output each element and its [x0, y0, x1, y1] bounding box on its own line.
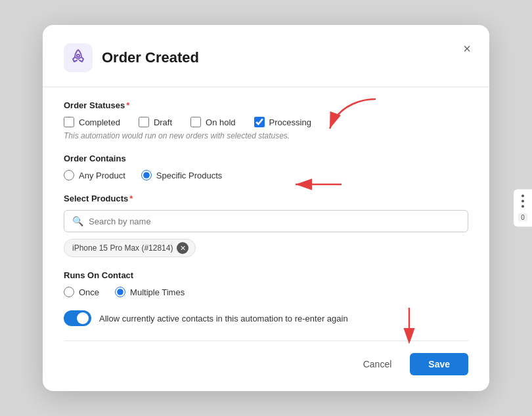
radio-specific-products-input[interactable]: [141, 170, 152, 180]
tags-row: iPhone 15 Pro Max (#12814) ✕: [64, 239, 468, 257]
radio-multiple-times-label: Multiple Times: [130, 287, 185, 297]
search-input[interactable]: [89, 217, 460, 226]
svg-point-3: [77, 54, 79, 57]
order-statuses-label: Order Statuses*: [64, 100, 468, 110]
modal-icon-wrapper: [64, 43, 93, 72]
toggle-slider: [64, 310, 91, 326]
radio-any-product-label: Any Product: [79, 171, 125, 180]
runs-on-contact-row: Once Multiple Times: [64, 287, 468, 297]
order-contains-label: Order Contains: [64, 154, 468, 163]
modal-footer: Cancel Save: [64, 341, 468, 375]
checkbox-processing[interactable]: Processing: [254, 117, 311, 127]
radio-any-product[interactable]: Any Product: [64, 170, 125, 180]
toggle-label: Allow currently active contacts in this …: [99, 314, 348, 323]
radio-multiple-times-input[interactable]: [115, 287, 125, 297]
close-button[interactable]: ×: [460, 39, 474, 58]
order-contains-section: Order Contains Any Product Specific Prod…: [64, 154, 468, 180]
sidebar-hint: 0: [514, 190, 532, 227]
search-icon: 🔍: [72, 216, 83, 226]
select-products-label: Select Products*: [64, 194, 468, 203]
checkbox-draft-label: Draft: [154, 117, 172, 127]
header-divider: [43, 87, 489, 87]
sidebar-badge: 0: [518, 213, 527, 222]
checkbox-completed[interactable]: Completed: [64, 117, 120, 127]
checkbox-on-hold-label: On hold: [206, 117, 236, 127]
runs-on-contact-section: Runs On Contact Once Multiple Times: [64, 270, 468, 297]
checkbox-draft-input[interactable]: [139, 117, 149, 127]
search-wrapper[interactable]: 🔍: [64, 210, 468, 232]
radio-once[interactable]: Once: [64, 287, 99, 297]
order-created-modal: Order Created × Order Statuses* Complete…: [43, 25, 489, 391]
tag-remove-12814[interactable]: ✕: [177, 242, 188, 254]
modal-title: Order Created: [102, 49, 199, 66]
rocket-icon: [70, 49, 86, 67]
runs-on-contact-label: Runs On Contact: [64, 270, 468, 280]
modal-header: Order Created ×: [64, 43, 468, 72]
required-star-statuses: *: [126, 100, 129, 110]
checkbox-draft[interactable]: Draft: [139, 117, 172, 127]
radio-once-label: Once: [79, 287, 99, 297]
modal-backdrop: 0: [0, 0, 532, 416]
sidebar-dot-3: [521, 205, 524, 208]
order-statuses-row: Completed Draft On hold Processing: [64, 117, 468, 127]
toggle-row: Allow currently active contacts in this …: [64, 310, 468, 326]
checkbox-completed-label: Completed: [79, 117, 120, 127]
checkbox-processing-input[interactable]: [254, 117, 265, 127]
radio-specific-products[interactable]: Specific Products: [141, 170, 222, 180]
radio-once-input[interactable]: [64, 287, 74, 297]
order-statuses-section: Order Statuses* Completed Draft On hold: [64, 100, 468, 140]
save-button[interactable]: Save: [410, 353, 468, 375]
checkbox-on-hold[interactable]: On hold: [190, 117, 236, 127]
order-statuses-hint: This automation would run on new orders …: [64, 131, 468, 140]
order-contains-row: Any Product Specific Products: [64, 170, 468, 180]
radio-multiple-times[interactable]: Multiple Times: [115, 287, 185, 297]
radio-any-product-input[interactable]: [64, 170, 74, 180]
checkbox-on-hold-input[interactable]: [190, 117, 201, 127]
sidebar-dot-1: [521, 195, 524, 198]
product-tag-12814: iPhone 15 Pro Max (#12814) ✕: [64, 239, 196, 257]
checkbox-completed-input[interactable]: [64, 117, 74, 127]
tag-label-12814: iPhone 15 Pro Max (#12814): [72, 243, 173, 253]
radio-specific-products-label: Specific Products: [156, 171, 222, 180]
checkbox-processing-label: Processing: [269, 117, 311, 127]
required-star-products: *: [129, 194, 133, 203]
cancel-button[interactable]: Cancel: [353, 354, 403, 375]
sidebar-dot-2: [521, 200, 524, 203]
select-products-section: Select Products* 🔍 iPhone 15 Pro Max (#1…: [64, 194, 468, 257]
re-enter-toggle[interactable]: [64, 310, 91, 326]
